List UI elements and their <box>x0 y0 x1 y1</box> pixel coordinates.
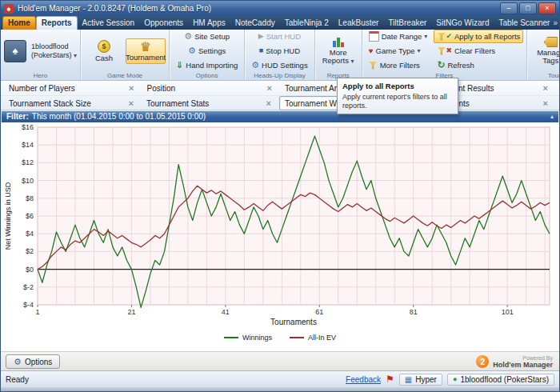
svg-text:$0: $0 <box>26 266 34 274</box>
winnings-chart: $-4$-2$0$2$4$6$8$10$12$14$16121416181101… <box>1 122 560 351</box>
hero-site: (PokerStars) <box>31 51 72 59</box>
status-text: Ready <box>6 375 346 384</box>
tab-opponents[interactable]: Opponents <box>139 17 188 30</box>
cards-icon: ♥ <box>369 46 374 55</box>
play-icon: ▶ <box>258 32 264 41</box>
report-tab-number-of-players[interactable]: Number of Players × <box>4 82 142 94</box>
main-window: ♠ Hold'em Manager - 2.0.0.8247 (Holdem &… <box>0 0 560 392</box>
site-setup-button[interactable]: ⚙ Site Setup <box>181 30 233 43</box>
chevron-down-icon: ▾ <box>418 47 421 54</box>
svg-text:41: 41 <box>222 308 230 316</box>
date-range-button[interactable]: Date Range ▾ <box>366 30 431 43</box>
tournament-button[interactable]: ♛ Tournament <box>126 38 166 64</box>
ribbon-group-game-mode: $ Cash ♛ Tournament Game Mode <box>81 30 170 80</box>
title-bar: ♠ Hold'em Manager - 2.0.0.8247 (Holdem &… <box>1 1 559 16</box>
svg-text:$10: $10 <box>22 177 34 185</box>
minimize-button[interactable]: – <box>500 2 518 14</box>
more-reports-button[interactable]: More Reports ▾ <box>318 34 358 68</box>
filter-bar-prefix: Filter: <box>6 111 29 122</box>
svg-text:$16: $16 <box>22 123 34 131</box>
check-icon: ✔ <box>446 32 452 41</box>
start-hud-button[interactable]: ▶ Start HUD <box>255 30 304 43</box>
clear-icon: ✖ <box>446 46 452 55</box>
group-label-hero: Hero <box>1 72 80 79</box>
hud-profile-selector[interactable]: ▦ Hyper <box>399 374 442 386</box>
report-tab-position[interactable]: Position × <box>142 82 281 94</box>
apply-to-all-reports-button[interactable]: ✔ Apply to all Reports <box>434 30 523 43</box>
svg-text:$12: $12 <box>22 158 34 166</box>
user-icon: ● <box>453 375 457 383</box>
gear-icon: ⚙ <box>14 358 22 366</box>
svg-text:$-2: $-2 <box>23 283 34 291</box>
feedback-link[interactable]: Feedback <box>346 375 381 384</box>
manage-tags-button[interactable]: Manage Tags <box>530 34 560 67</box>
legend-item: Winnings <box>224 334 272 342</box>
ribbon-group-filters: Date Range ▾ ♥ Game Type ▾ More Filters <box>362 30 528 80</box>
hero-avatar-icon: ♠ <box>13 45 18 57</box>
group-label-options: Options <box>170 72 244 79</box>
tab-notecaddy[interactable]: NoteCaddy <box>230 17 280 30</box>
tooltip-title: Apply to all Reports <box>342 82 453 90</box>
settings-button[interactable]: ⚙ Settings <box>185 44 229 58</box>
close-icon[interactable]: × <box>126 83 137 93</box>
svg-text:$4: $4 <box>26 230 34 238</box>
filter-bar[interactable]: Filter: This month (01.04.2015 0:00 to 0… <box>2 111 558 122</box>
close-icon[interactable]: × <box>264 83 275 93</box>
options-bar: ⚙ Options 2 Powered By Hold'em Manager <box>1 351 559 370</box>
tab-tiltbreaker[interactable]: TiltBreaker <box>383 17 431 30</box>
tab-hm-apps[interactable]: HM Apps <box>188 17 230 30</box>
ribbon-group-tagging: Manage Tags Filter for Tag Tourney Taggi… <box>527 30 560 80</box>
svg-text:$8: $8 <box>26 194 34 202</box>
close-icon[interactable]: × <box>540 98 551 108</box>
refresh-button[interactable]: ↻ Refresh <box>434 58 523 72</box>
chevron-down-icon: ▾ <box>74 52 77 59</box>
hand-importing-button[interactable]: ⇓ Hand Importing <box>173 58 241 72</box>
close-icon[interactable]: × <box>263 98 274 108</box>
hero-selector[interactable]: 1bloodflood (PokerStars) ▾ <box>31 42 77 60</box>
status-bar: Ready Feedback ⚑ ▦ Hyper ● 1bloodflood (… <box>1 370 559 387</box>
tab-home[interactable]: Home <box>2 16 36 30</box>
report-tab-tournament-stack-size[interactable]: Tournament Stack Size × <box>4 97 142 110</box>
flag-icon[interactable]: ⚑ <box>386 374 394 385</box>
window-frame <box>1 387 559 391</box>
close-button[interactable]: × <box>538 2 556 14</box>
ribbon-group-options: ⚙ Site Setup ⚙ Settings ⇓ Hand Importing… <box>170 30 245 80</box>
tab-reports[interactable]: Reports <box>36 16 78 30</box>
filter-icon <box>369 62 378 70</box>
close-icon[interactable]: × <box>540 83 551 93</box>
chevron-down-icon: ▾ <box>351 58 354 65</box>
tag-icon <box>544 37 558 47</box>
svg-text:21: 21 <box>127 308 135 316</box>
grid-icon: ▦ <box>405 375 412 384</box>
refresh-icon: ↻ <box>437 61 445 70</box>
filter-bar-text: This month (01.04.2015 0:00 to 01.05.201… <box>32 111 206 122</box>
tab-leakbuster[interactable]: LeakBuster <box>334 17 384 30</box>
stop-hud-button[interactable]: ■ Stop HUD <box>256 44 303 58</box>
more-filters-button[interactable]: More Filters <box>366 58 431 72</box>
tooltip-apply-to-all-reports: Apply to all Reports Apply current repor… <box>337 78 458 114</box>
legend-swatch <box>224 337 238 338</box>
game-type-button[interactable]: ♥ Game Type ▾ <box>366 44 431 58</box>
tab-tableninja-2[interactable]: TableNinja 2 <box>280 17 334 30</box>
tab-table-scanner[interactable]: Table Scanner <box>494 17 554 30</box>
maximize-button[interactable]: □ <box>519 2 537 14</box>
wrench-icon: ⚙ <box>184 32 192 41</box>
clear-filters-button[interactable]: ✖ Clear Filters <box>434 44 523 58</box>
svg-text:1: 1 <box>35 308 39 316</box>
tab-overflow-icon[interactable]: » <box>553 18 558 27</box>
tab-sitngo-wizard[interactable]: SitNGo Wizard <box>431 17 494 30</box>
close-icon[interactable]: × <box>126 98 137 108</box>
chevron-down-icon: ▾ <box>424 33 427 40</box>
hero-avatar[interactable]: ♠ <box>4 40 26 62</box>
tab-active-session[interactable]: Active Session <box>78 17 140 30</box>
report-tab-tournament-stats[interactable]: Tournament Stats × <box>142 97 279 110</box>
tooltip-body: Apply current report's filters to all re… <box>342 93 453 110</box>
chart-icon <box>332 36 345 47</box>
active-player[interactable]: ● 1bloodflood (PokerStars) <box>447 374 554 386</box>
cash-button[interactable]: $ Cash <box>84 38 124 65</box>
chart-panel: $-4$-2$0$2$4$6$8$10$12$14$16121416181101… <box>1 122 559 351</box>
hud-settings-button[interactable]: ⚙ HUD Settings <box>248 58 310 72</box>
chevron-up-icon[interactable]: ▴ <box>550 111 554 122</box>
options-button[interactable]: ⚙ Options <box>6 354 60 369</box>
hm-logo-badge: 2 <box>476 355 489 368</box>
